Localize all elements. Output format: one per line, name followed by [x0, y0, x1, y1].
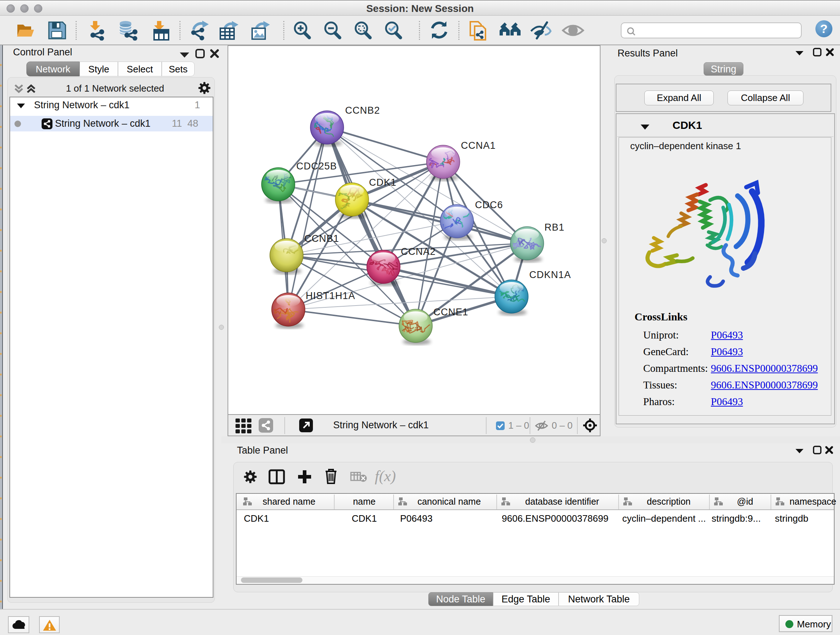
svg-text:RB1: RB1 — [545, 222, 565, 233]
svg-text:CCNE1: CCNE1 — [433, 307, 469, 318]
svg-text:CDK1: CDK1 — [369, 177, 396, 188]
svg-text:CDC6: CDC6 — [475, 200, 503, 211]
svg-text:CCNB1: CCNB1 — [304, 233, 339, 244]
svg-text:CDC25B: CDC25B — [296, 161, 337, 172]
svg-text:HIST1H1A: HIST1H1A — [306, 290, 355, 301]
svg-text:CCNA1: CCNA1 — [461, 140, 496, 151]
svg-text:CDKN1A: CDKN1A — [529, 269, 571, 280]
svg-text:CCNA2: CCNA2 — [401, 246, 436, 257]
svg-text:CCNB2: CCNB2 — [345, 105, 380, 116]
